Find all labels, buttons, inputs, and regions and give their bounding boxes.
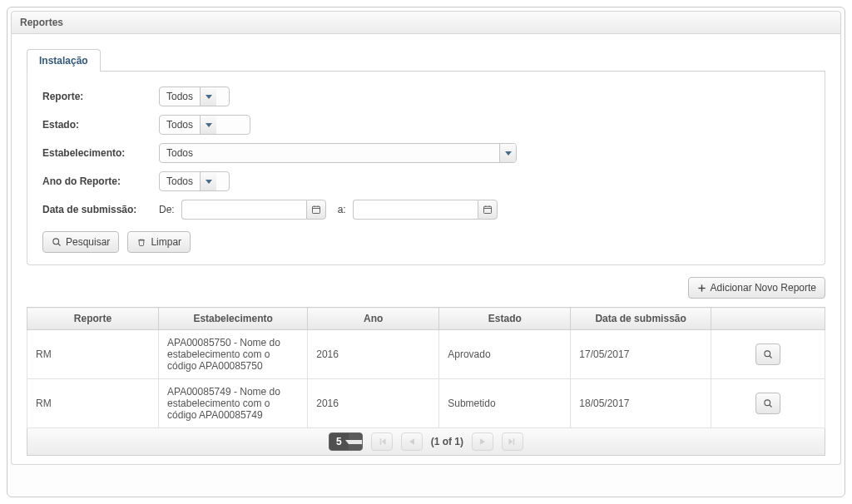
cell-reporte: RM	[27, 379, 159, 428]
svg-marker-19	[382, 438, 386, 445]
svg-rect-20	[379, 438, 381, 445]
cell-ano: 2016	[308, 330, 439, 379]
search-icon	[763, 398, 773, 408]
clear-button[interactable]: Limpar	[127, 231, 191, 253]
ano-label: Ano do Reporte:	[42, 175, 159, 187]
col-actions	[711, 308, 825, 330]
panel-body: Instalação Reporte: Todos Estado: Todos …	[11, 34, 841, 465]
page-next-button[interactable]	[472, 432, 493, 451]
plus-icon	[697, 284, 706, 293]
reporte-label: Reporte:	[42, 91, 159, 102]
date-to-group	[353, 200, 498, 220]
date-to-input[interactable]	[353, 200, 478, 220]
panel-title: Reportes	[11, 11, 841, 34]
col-reporte: Reporte	[27, 308, 159, 330]
svg-point-17	[765, 400, 770, 406]
add-report-button-label: Adicionar Novo Reporte	[711, 282, 816, 294]
table-header-row: Reporte Estabelecimento Ano Estado Data …	[27, 308, 825, 330]
tab-instalacao[interactable]: Instalação	[27, 49, 101, 72]
cell-ano: 2016	[308, 379, 439, 428]
calendar-icon[interactable]	[478, 200, 498, 220]
search-icon	[763, 349, 773, 359]
tab-bar: Instalação	[27, 49, 825, 72]
svg-point-8	[53, 239, 59, 245]
chevron-down-icon	[349, 433, 362, 450]
view-row-button[interactable]	[755, 343, 780, 365]
table-row: RM APA00085750 - Nome do estabelecimento…	[27, 330, 825, 379]
de-label: De:	[159, 204, 175, 215]
filters-box: Reporte: Todos Estado: Todos Estabelecim…	[27, 72, 825, 265]
tab-label: Instalação	[39, 55, 88, 67]
trash-icon	[136, 237, 146, 247]
calendar-icon[interactable]	[306, 200, 326, 220]
col-estabelecimento: Estabelecimento	[159, 308, 308, 330]
paginator: 5 (1 of 1)	[27, 428, 825, 456]
estab-label: Estabelecimento:	[42, 147, 159, 159]
svg-rect-0	[312, 206, 320, 213]
svg-marker-21	[409, 438, 414, 445]
date-from-input[interactable]	[181, 200, 306, 220]
page-first-button[interactable]	[371, 432, 393, 451]
estab-select[interactable]: Todos	[159, 143, 517, 163]
page-position: (1 of 1)	[431, 436, 463, 447]
svg-line-18	[770, 405, 772, 408]
add-report-button[interactable]: Adicionar Novo Reporte	[688, 277, 825, 299]
view-row-button[interactable]	[755, 393, 780, 414]
ano-select[interactable]: Todos	[159, 171, 230, 191]
cell-reporte: RM	[27, 330, 159, 379]
reporte-select-value: Todos	[160, 87, 200, 106]
page-last-button[interactable]	[502, 432, 523, 451]
cell-data: 17/05/2017	[571, 330, 711, 379]
page-prev-button[interactable]	[401, 432, 423, 451]
cell-data: 18/05/2017	[571, 379, 711, 428]
search-button-label: Pesquisar	[66, 236, 110, 248]
cell-estabelecimento: APA00085749 - Nome do estabelecimento co…	[159, 379, 308, 428]
page-size-select[interactable]: 5	[329, 432, 363, 451]
col-data-submissao: Data de submissão	[571, 308, 711, 330]
search-icon	[52, 237, 62, 247]
cell-estado: Aprovado	[439, 330, 571, 379]
data-submissao-label: Data de submissão:	[42, 204, 159, 215]
svg-rect-24	[513, 438, 515, 445]
estado-select-value: Todos	[160, 116, 200, 134]
table-row: RM APA00085749 - Nome do estabelecimento…	[27, 379, 825, 428]
col-ano: Ano	[308, 308, 439, 330]
chevron-down-icon	[200, 116, 216, 134]
chevron-down-icon	[200, 87, 216, 106]
a-label: a:	[338, 204, 346, 215]
reports-table: Reporte Estabelecimento Ano Estado Data …	[27, 307, 825, 428]
svg-line-9	[58, 244, 61, 246]
search-button[interactable]: Pesquisar	[42, 231, 119, 253]
ano-select-value: Todos	[160, 172, 200, 190]
reports-panel: Reportes Instalação Reporte: Todos Estad…	[7, 7, 845, 497]
clear-button-label: Limpar	[151, 236, 181, 248]
reporte-select[interactable]: Todos	[159, 86, 230, 106]
svg-line-16	[770, 356, 772, 358]
svg-marker-22	[480, 438, 485, 445]
cell-estado: Submetido	[439, 379, 571, 428]
estab-select-value: Todos	[160, 144, 499, 162]
date-from-group	[181, 200, 326, 220]
col-estado: Estado	[439, 308, 571, 330]
chevron-down-icon	[499, 144, 516, 162]
chevron-down-icon	[200, 172, 216, 190]
svg-point-15	[765, 351, 770, 357]
cell-estabelecimento: APA00085750 - Nome do estabelecimento co…	[159, 330, 308, 379]
svg-marker-23	[509, 438, 513, 445]
estado-select[interactable]: Todos	[159, 115, 250, 135]
svg-rect-4	[483, 206, 491, 213]
estado-label: Estado:	[42, 119, 159, 131]
